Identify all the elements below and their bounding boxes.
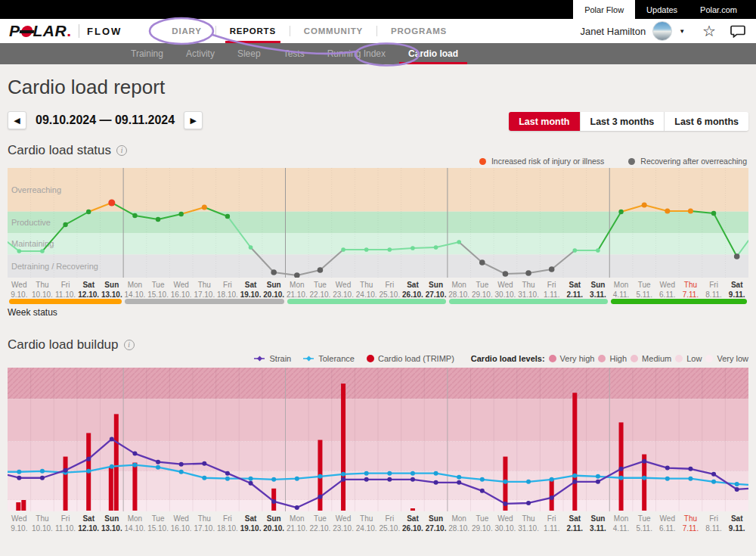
reports-subnav: Training Activity Sleep Tests Running In… (0, 43, 756, 64)
polar-logo-text-lar: LAR (33, 22, 67, 40)
top-bar: Polar Flow Updates Polar.com (0, 0, 756, 19)
subnav-item-training[interactable]: Training (125, 43, 169, 64)
axis-day-label: Mon21.10. (286, 514, 309, 533)
status-section-title-text: Cardio load status (8, 143, 111, 158)
nav-item-diary[interactable]: DIARY (167, 19, 206, 43)
feedback-bubble-icon[interactable] (730, 25, 745, 38)
axis-day-label: Tue5.11. (633, 281, 656, 299)
week-status-label: Week status (8, 307, 57, 318)
week-status-bar (9, 299, 122, 304)
prev-period-button[interactable]: ◀ (8, 111, 26, 129)
subnav-item-cardio-load[interactable]: Cardio load (402, 43, 464, 64)
axis-day-label: Sun3.11. (587, 514, 610, 533)
recovering-label: Recovering after overreaching (640, 157, 747, 166)
page-title: Cardio load report (8, 76, 165, 99)
axis-day-label: Mon28.10. (448, 514, 471, 533)
nav-item-programs[interactable]: PROGRAMS (386, 19, 451, 43)
axis-day-label: Wed16.10. (169, 281, 193, 299)
nav-item-community[interactable]: COMMUNITY (299, 19, 367, 43)
axis-day-label: Thu31.10. (517, 281, 541, 299)
svg-text:Maintaining: Maintaining (11, 239, 54, 248)
polar-logo[interactable]: P LAR . FLOW (9, 22, 122, 40)
trimp-dot-icon (367, 355, 374, 362)
brand-divider (79, 24, 79, 38)
axis-day-label: Sat19.10. (239, 281, 262, 299)
strain-label: Strain (269, 354, 291, 363)
prev-arrow-icon: ◀ (14, 116, 20, 126)
tolerance-marker-icon (303, 355, 314, 362)
axis-day-label: Fri11.10. (54, 281, 77, 299)
axis-day-label: Mon4.11. (609, 281, 633, 299)
date-range-nav: ◀ 09.10.2024 — 09.11.2024 ▶ (8, 111, 203, 129)
axis-day-label: Sun13.10. (101, 514, 124, 533)
axis-day-label: Fri18.10. (216, 281, 240, 299)
axis-day-label: Sat26.10. (401, 514, 425, 533)
level-medium-label: Medium (642, 354, 671, 363)
axis-day-label: Wed23.10. (332, 514, 355, 533)
subnav-item-running-index[interactable]: Running Index (321, 43, 392, 64)
axis-day-label: Sun20.10. (262, 281, 286, 299)
user-name[interactable]: Janet Hamilton (580, 26, 646, 37)
status-section-title: Cardio load status i (8, 143, 127, 158)
week-status-bar (449, 299, 608, 304)
axis-day-label: Sat9.11. (725, 514, 748, 533)
level-medium-dot-icon (631, 355, 638, 362)
main-nav: P LAR . FLOW DIARY REPORTS COMMUNITY PRO… (0, 19, 756, 43)
axis-day-label: Tue15.10. (147, 514, 170, 533)
topbar-tab-polar-com[interactable]: Polar.com (689, 0, 748, 19)
axis-day-label: Tue22.10. (308, 514, 332, 533)
axis-day-label: Mon28.10. (448, 281, 471, 299)
axis-day-label: Thu17.10. (193, 514, 216, 533)
axis-day-label: Thu31.10. (517, 514, 541, 533)
last-month-button[interactable]: Last month (509, 112, 580, 131)
info-icon[interactable]: i (116, 145, 127, 156)
topbar-tab-updates[interactable]: Updates (635, 0, 689, 19)
nav-user-area: Janet Hamilton ▼ ☆ (580, 21, 745, 41)
last-6-months-button[interactable]: Last 6 months (665, 112, 748, 131)
status-x-axis: Wed9.10.Thu10.10.Fri11.10.Sat12.10.Sun13… (8, 281, 748, 299)
tolerance-label: Tolerance (318, 354, 355, 363)
buildup-chart (8, 368, 748, 511)
chevron-down-icon[interactable]: ▼ (679, 28, 685, 35)
axis-day-label: Tue29.10. (471, 514, 494, 533)
buildup-x-axis: Wed9.10.Thu10.10.Fri11.10.Sat12.10.Sun13… (8, 514, 748, 533)
nav-item-reports[interactable]: REPORTS (225, 19, 280, 43)
buildup-legend: Strain Tolerance Cardio load (TRIMP) Car… (254, 354, 748, 363)
star-icon[interactable]: ☆ (702, 23, 716, 39)
info-icon[interactable]: i (124, 340, 135, 350)
topbar-tab-polar-flow[interactable]: Polar Flow (573, 0, 635, 19)
injury-risk-dot-icon (479, 158, 486, 165)
axis-day-label: Wed9.10. (8, 514, 31, 533)
axis-day-label: Thu24.10. (355, 514, 378, 533)
axis-day-label: Tue5.11. (633, 514, 656, 533)
axis-day-label: Thu10.10. (31, 281, 54, 299)
injury-risk-label: Increased risk of injury or illness (491, 157, 604, 166)
axis-day-label: Fri11.10. (54, 514, 77, 533)
status-chart: OverreachingProductiveMaintainingDetrain… (8, 168, 748, 278)
subnav-item-sleep[interactable]: Sleep (231, 43, 267, 64)
subnav-item-activity[interactable]: Activity (180, 43, 221, 64)
week-status-bar (287, 299, 446, 304)
strain-marker-icon (254, 355, 265, 362)
axis-day-label: Thu24.10. (355, 281, 378, 299)
axis-day-label: Sun27.10. (424, 281, 448, 299)
axis-day-label: Wed30.10. (494, 281, 517, 299)
axis-day-label: Sun27.10. (424, 514, 448, 533)
axis-day-label: Fri25.10. (378, 281, 401, 299)
subnav-item-tests[interactable]: Tests (277, 43, 311, 64)
week-status-bar (611, 299, 747, 304)
nav-divider (376, 26, 377, 36)
axis-day-label: Sat2.11. (563, 514, 587, 533)
levels-label: Cardio load levels: (471, 354, 545, 363)
axis-day-label: Fri8.11. (702, 281, 726, 299)
axis-day-label: Wed16.10. (169, 514, 193, 533)
last-3-months-button[interactable]: Last 3 months (581, 112, 665, 131)
axis-day-label: Sun20.10. (262, 514, 286, 533)
next-period-button[interactable]: ▶ (184, 111, 203, 129)
nav-divider (290, 26, 290, 36)
axis-day-label: Sat12.10. (77, 281, 101, 299)
axis-day-label: Thu7.11. (679, 514, 702, 533)
axis-day-label: Thu17.10. (193, 281, 216, 299)
avatar[interactable] (652, 21, 672, 41)
week-status-bar (125, 299, 284, 304)
